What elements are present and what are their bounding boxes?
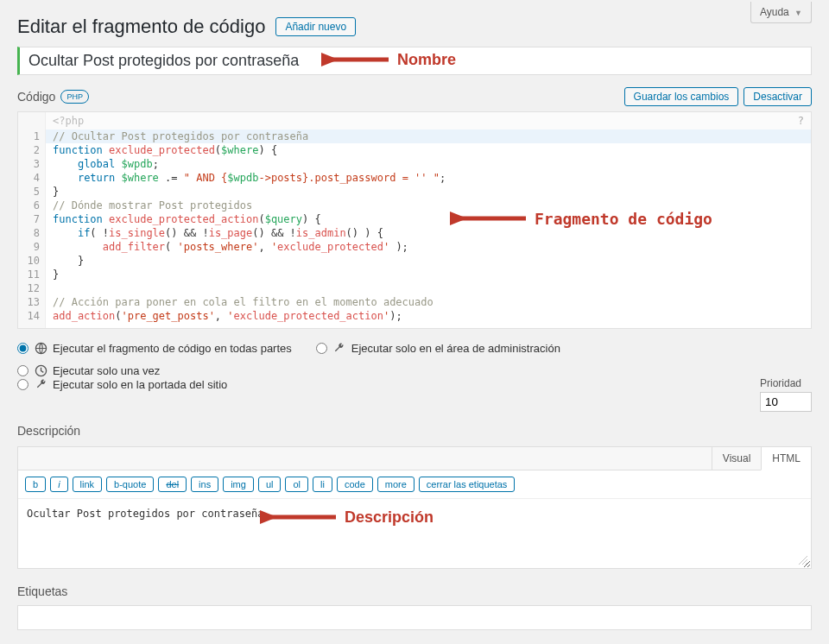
- tags-input[interactable]: [17, 605, 812, 630]
- page-title: Editar el fragmento de código: [17, 16, 265, 38]
- description-textarea[interactable]: [18, 499, 811, 568]
- scope-once[interactable]: Ejecutar solo una vez: [17, 363, 292, 377]
- scope-everywhere-label: Ejecutar el fragmento de código en todas…: [53, 342, 292, 355]
- help-icon[interactable]: ?: [798, 115, 804, 127]
- add-new-button[interactable]: Añadir nuevo: [275, 17, 356, 36]
- scope-once-radio[interactable]: [17, 365, 28, 376]
- qt-bold[interactable]: b: [25, 477, 46, 492]
- scope-front-radio[interactable]: [17, 379, 28, 390]
- qt-bquote[interactable]: b-quote: [106, 477, 154, 492]
- qt-ol[interactable]: ol: [285, 477, 308, 492]
- help-tab[interactable]: Ayuda ▼: [750, 2, 812, 23]
- scope-admin-label: Ejecutar solo en el área de administraci…: [351, 342, 560, 355]
- php-open-tag: <?php: [53, 115, 84, 127]
- php-badge: PHP: [60, 90, 89, 104]
- scope-admin-radio[interactable]: [316, 343, 327, 354]
- qt-close[interactable]: cerrar las etiquetas: [419, 477, 516, 492]
- qt-del[interactable]: del: [158, 477, 187, 492]
- qt-ul[interactable]: ul: [258, 477, 282, 492]
- qt-li[interactable]: li: [313, 477, 332, 492]
- globe-icon: [34, 341, 47, 355]
- snippet-title-input[interactable]: [17, 47, 812, 75]
- chevron-down-icon: ▼: [794, 9, 802, 17]
- qt-img[interactable]: img: [223, 477, 254, 492]
- deactivate-button-top[interactable]: Desactivar: [744, 87, 812, 106]
- help-label: Ayuda: [760, 6, 789, 18]
- description-heading: Descripción: [17, 424, 812, 438]
- scope-front[interactable]: Ejecutar solo en la portada del sitio: [17, 377, 227, 391]
- code-editor[interactable]: <?php ? 1234567891011121314 // Ocultar P…: [17, 111, 812, 329]
- quicktags-toolbar: b i link b-quote del ins img ul ol li co…: [18, 470, 811, 499]
- scope-everywhere-radio[interactable]: [17, 343, 28, 354]
- scope-everywhere[interactable]: Ejecutar el fragmento de código en todas…: [17, 341, 292, 355]
- resize-grip-icon[interactable]: [797, 554, 809, 566]
- line-gutter: 1234567891011121314: [18, 129, 46, 328]
- priority-input[interactable]: [760, 392, 812, 412]
- clock-icon: [34, 363, 47, 377]
- wrench-icon: [34, 377, 47, 391]
- qt-italic[interactable]: i: [50, 477, 67, 492]
- priority-label: Prioridad: [760, 377, 812, 389]
- qt-code[interactable]: code: [337, 477, 373, 492]
- tab-html[interactable]: HTML: [761, 447, 811, 470]
- code-section-label: Código: [17, 90, 55, 104]
- scope-once-label: Ejecutar solo una vez: [53, 364, 160, 377]
- qt-more[interactable]: more: [377, 477, 414, 492]
- scope-admin[interactable]: Ejecutar solo en el área de administraci…: [316, 341, 560, 355]
- tags-heading: Etiquetas: [17, 584, 812, 598]
- tab-visual[interactable]: Visual: [712, 447, 761, 470]
- description-editor: Visual HTML b i link b-quote del ins img…: [17, 446, 812, 569]
- scope-front-label: Ejecutar solo en la portada del sitio: [53, 378, 227, 391]
- qt-link[interactable]: link: [73, 477, 103, 492]
- qt-ins[interactable]: ins: [191, 477, 218, 492]
- wrench-icon: [332, 341, 346, 355]
- save-button-top[interactable]: Guardar los cambios: [624, 87, 739, 106]
- code-area[interactable]: // Ocultar Post protegidos por contraseñ…: [46, 129, 811, 328]
